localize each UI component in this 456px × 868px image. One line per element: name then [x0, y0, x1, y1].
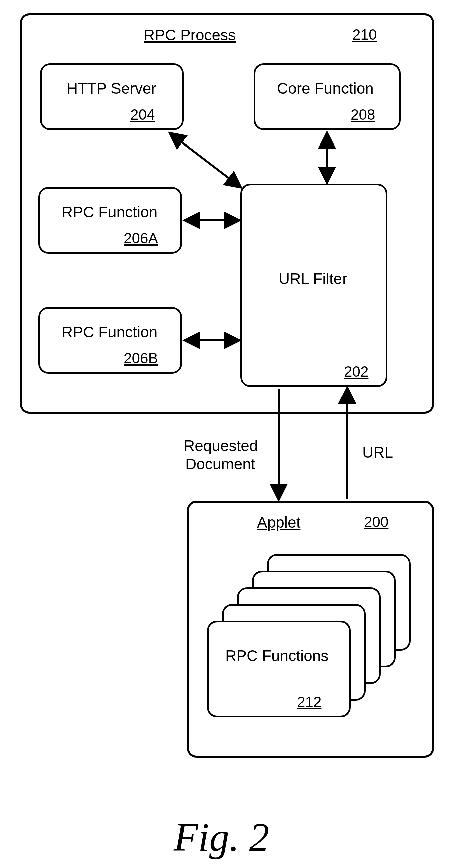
- requested-doc-line2: Document: [185, 456, 255, 472]
- rpc-process-title: RPC Process: [144, 27, 236, 44]
- applet-ref: 200: [364, 514, 388, 530]
- rpc-process-ref: 210: [352, 27, 376, 43]
- core-function-ref: 208: [351, 107, 375, 123]
- rpc-functions-ref: 212: [297, 694, 322, 710]
- figure-caption: Fig. 2: [174, 814, 269, 860]
- applet-title: Applet: [257, 514, 300, 531]
- core-function-title: Core Function: [277, 80, 373, 97]
- diagram-canvas: RPC Process 210 HTTP Server 204 Core Fun…: [0, 0, 456, 868]
- http-server-title: HTTP Server: [67, 80, 156, 97]
- rpc-function-a-title: RPC Function: [62, 204, 157, 221]
- rpc-function-b-ref: 206B: [123, 350, 158, 366]
- url-filter-ref: 202: [344, 364, 368, 380]
- requested-doc-line1: Requested: [184, 437, 258, 454]
- http-server-ref: 204: [130, 107, 155, 123]
- url-label: URL: [362, 444, 393, 461]
- url-filter-title: URL Filter: [279, 270, 347, 287]
- rpc-function-a-ref: 206A: [123, 230, 158, 246]
- rpc-functions-title: RPC Functions: [225, 647, 329, 664]
- rpc-function-b-title: RPC Function: [62, 324, 157, 341]
- rpc-functions-box-stack-1: [207, 621, 351, 717]
